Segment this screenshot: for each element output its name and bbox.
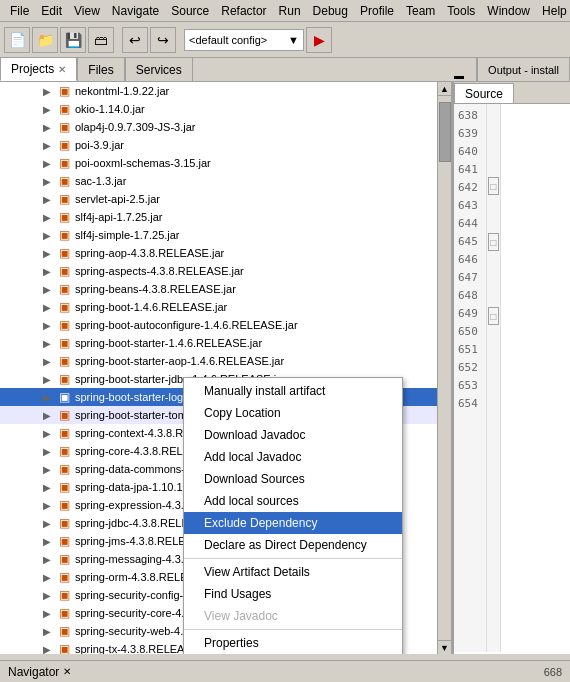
tab-services[interactable]: Services <box>125 57 193 81</box>
tree-item-poi-ooxml[interactable]: ▶ ▣ poi-ooxml-schemas-3.15.jar <box>0 154 451 172</box>
expand-arrow: ▶ <box>40 408 54 422</box>
scroll-thumb[interactable] <box>439 102 451 162</box>
item-label: poi-ooxml-schemas-3.15.jar <box>75 157 211 169</box>
tree-item-spring-aspects[interactable]: ▶ ▣ spring-aspects-4.3.8.RELEASE.jar <box>0 262 451 280</box>
tab-bar: Projects ✕ Files Services ▬ Output - ins… <box>0 58 570 82</box>
line-num-648: 648 <box>458 286 482 304</box>
jar-icon: ▣ <box>56 299 72 315</box>
item-label: spring-aspects-4.3.8.RELEASE.jar <box>75 265 244 277</box>
expand-arrow: ▶ <box>40 246 54 260</box>
ctx-declare-direct-dep[interactable]: Declare as Direct Dependency <box>184 534 402 556</box>
expand-arrow: ▶ <box>40 282 54 296</box>
scrollbar[interactable]: ▲ ▼ <box>437 82 451 654</box>
expand-arrow: ▶ <box>40 156 54 170</box>
tree-item-sac[interactable]: ▶ ▣ sac-1.3.jar <box>0 172 451 190</box>
tab-source[interactable]: Source <box>454 83 514 103</box>
jar-icon: ▣ <box>56 425 72 441</box>
menu-navigate[interactable]: Navigate <box>106 2 165 20</box>
menu-edit[interactable]: Edit <box>35 2 68 20</box>
item-label: spring-boot-starter-aop-1.4.6.RELEASE.ja… <box>75 355 284 367</box>
ctx-download-sources[interactable]: Download Sources <box>184 468 402 490</box>
jar-icon: ▣ <box>56 461 72 477</box>
tab-projects-label: Projects <box>11 62 54 76</box>
ctx-add-local-sources[interactable]: Add local sources <box>184 490 402 512</box>
menu-help[interactable]: Help <box>536 2 570 20</box>
menu-tools[interactable]: Tools <box>441 2 481 20</box>
ctx-manually-install[interactable]: Manually install artifact <box>184 380 402 402</box>
ctx-copy-location[interactable]: Copy Location <box>184 402 402 424</box>
expand-arrow: ▶ <box>40 642 54 654</box>
menu-view[interactable]: View <box>68 2 106 20</box>
tab-files[interactable]: Files <box>77 57 124 81</box>
menu-profile[interactable]: Profile <box>354 2 400 20</box>
scroll-up-btn[interactable]: ▲ <box>438 82 451 96</box>
tab-navigator[interactable]: Navigator ✕ <box>0 661 79 683</box>
tab-services-label: Services <box>136 63 182 77</box>
ctx-exclude-dependency[interactable]: Exclude Dependency <box>184 512 402 534</box>
ctx-properties[interactable]: Properties <box>184 632 402 654</box>
jar-icon: ▣ <box>56 101 72 117</box>
tree-item-spring-boot-starter[interactable]: ▶ ▣ spring-boot-starter-1.4.6.RELEASE.ja… <box>0 334 451 352</box>
item-label: olap4j-0.9.7.309-JS-3.jar <box>75 121 195 133</box>
config-dropdown[interactable]: <default config> ▼ <box>184 29 304 51</box>
right-panel: Source 638 639 640 641 642 643 644 645 6… <box>453 82 570 654</box>
line-num-653: 653 <box>458 376 482 394</box>
item-label: spring-boot-autoconfigure-1.4.6.RELEASE.… <box>75 319 298 331</box>
menu-run[interactable]: Run <box>273 2 307 20</box>
save-all-button[interactable]: 🗃 <box>88 27 114 53</box>
tree-item-okio[interactable]: ▶ ▣ okio-1.14.0.jar <box>0 100 451 118</box>
navigator-label: Navigator <box>8 665 59 679</box>
tree-item-spring-beans[interactable]: ▶ ▣ spring-beans-4.3.8.RELEASE.jar <box>0 280 451 298</box>
menu-team[interactable]: Team <box>400 2 441 20</box>
tree-item-spring-boot[interactable]: ▶ ▣ spring-boot-1.4.6.RELEASE.jar <box>0 298 451 316</box>
tree-item-servlet-api[interactable]: ▶ ▣ servlet-api-2.5.jar <box>0 190 451 208</box>
line-num-644: 644 <box>458 214 482 232</box>
jar-icon: ▣ <box>56 353 72 369</box>
undo-button[interactable]: ↩ <box>122 27 148 53</box>
line-num-651: 651 <box>458 340 482 358</box>
code-editor[interactable] <box>501 104 570 652</box>
tree-item-poi[interactable]: ▶ ▣ poi-3.9.jar <box>0 136 451 154</box>
expand-arrow: ▶ <box>40 174 54 188</box>
tree-item-olap4j[interactable]: ▶ ▣ olap4j-0.9.7.309-JS-3.jar <box>0 118 451 136</box>
dropdown-arrow: ▼ <box>288 34 299 46</box>
expand-arrow: ▶ <box>40 426 54 440</box>
menu-source[interactable]: Source <box>165 2 215 20</box>
jar-icon: ▣ <box>56 515 72 531</box>
tree-item-spring-boot-starter-aop[interactable]: ▶ ▣ spring-boot-starter-aop-1.4.6.RELEAS… <box>0 352 451 370</box>
jar-icon: ▣ <box>56 191 72 207</box>
open-button[interactable]: 📁 <box>32 27 58 53</box>
tree-item-slf4j-simple[interactable]: ▶ ▣ slf4j-simple-1.7.25.jar <box>0 226 451 244</box>
tab-output-install[interactable]: Output - install <box>477 57 570 81</box>
menu-file[interactable]: File <box>4 2 35 20</box>
tab-projects-close[interactable]: ✕ <box>58 64 66 75</box>
jar-icon: ▣ <box>56 587 72 603</box>
tab-projects[interactable]: Projects ✕ <box>0 57 77 81</box>
line-num-652: 652 <box>458 358 482 376</box>
ctx-find-usages[interactable]: Find Usages <box>184 583 402 605</box>
line-num-646: 646 <box>458 250 482 268</box>
save-button[interactable]: 💾 <box>60 27 86 53</box>
tree-item-spring-aop[interactable]: ▶ ▣ spring-aop-4.3.8.RELEASE.jar <box>0 244 451 262</box>
scroll-down-btn[interactable]: ▼ <box>438 640 451 654</box>
ctx-view-javadoc: View Javadoc <box>184 605 402 627</box>
ctx-view-artifact-details[interactable]: View Artifact Details <box>184 561 402 583</box>
run-button[interactable]: ▶ <box>306 27 332 53</box>
tree-item-nekontml[interactable]: ▶ ▣ nekontml-1.9.22.jar <box>0 82 451 100</box>
expand-arrow: ▶ <box>40 624 54 638</box>
navigator-close[interactable]: ✕ <box>63 666 71 677</box>
tree-item-spring-boot-autoconf[interactable]: ▶ ▣ spring-boot-autoconfigure-1.4.6.RELE… <box>0 316 451 334</box>
jar-icon: ▣ <box>56 569 72 585</box>
ctx-add-local-javadoc[interactable]: Add local Javadoc <box>184 446 402 468</box>
menu-refactor[interactable]: Refactor <box>215 2 272 20</box>
tree-item-slf4j-api[interactable]: ▶ ▣ slf4j-api-1.7.25.jar <box>0 208 451 226</box>
menu-debug[interactable]: Debug <box>307 2 354 20</box>
menu-window[interactable]: Window <box>481 2 536 20</box>
jar-icon: ▣ <box>56 443 72 459</box>
new-button[interactable]: 📄 <box>4 27 30 53</box>
ctx-download-javadoc[interactable]: Download Javadoc <box>184 424 402 446</box>
expand-arrow: ▶ <box>40 318 54 332</box>
line-num-649: 649 <box>458 304 482 322</box>
redo-button[interactable]: ↪ <box>150 27 176 53</box>
panel-minimize[interactable]: ▬ <box>454 70 464 81</box>
